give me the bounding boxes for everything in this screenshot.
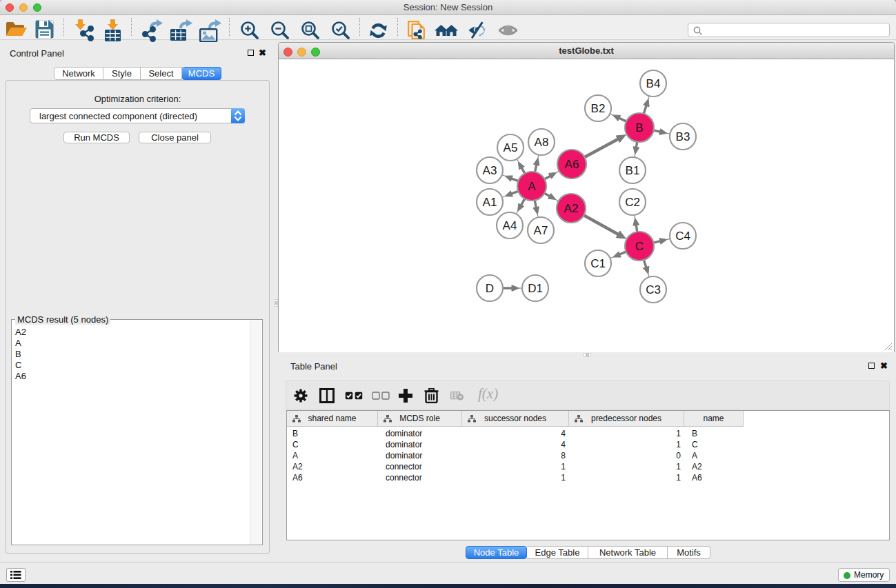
svg-text:A7: A7 [534,224,548,237]
svg-text:A5: A5 [504,141,518,154]
svg-text:D1: D1 [528,282,543,295]
svg-text:A4: A4 [503,219,517,232]
svg-text:D: D [486,282,494,295]
svg-text:A1: A1 [483,196,497,209]
svg-text:C4: C4 [675,230,690,243]
svg-text:A: A [528,180,536,193]
svg-text:A3: A3 [483,164,497,177]
svg-text:B4: B4 [646,77,661,90]
svg-text:C3: C3 [646,283,661,296]
svg-text:C2: C2 [625,196,640,209]
svg-text:B1: B1 [626,164,640,177]
svg-text:C: C [635,240,644,253]
svg-text:B: B [635,121,643,134]
svg-text:A6: A6 [565,158,579,171]
svg-text:B2: B2 [591,102,606,115]
svg-text:C1: C1 [590,257,606,270]
svg-text:A8: A8 [535,136,549,149]
svg-text:A2: A2 [564,202,579,215]
svg-text:B3: B3 [676,130,690,143]
